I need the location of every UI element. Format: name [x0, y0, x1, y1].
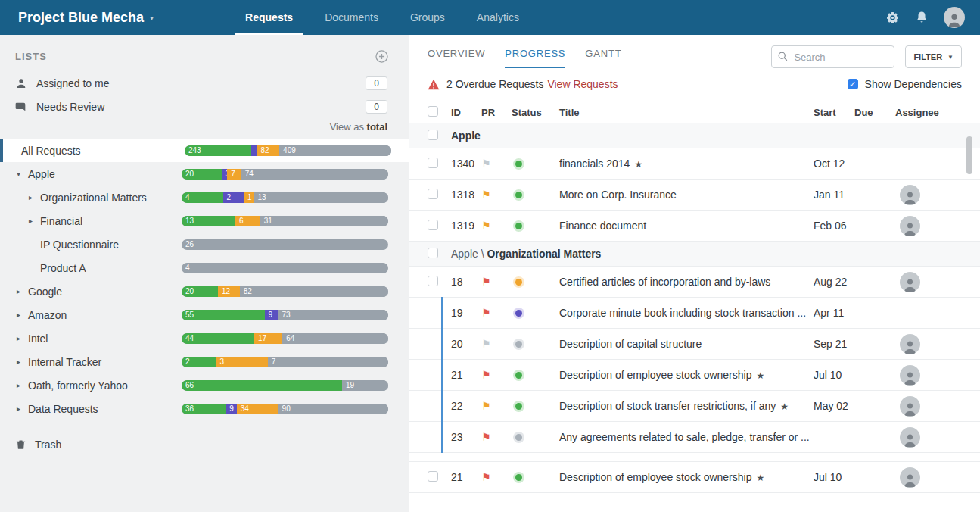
request-row[interactable]: 1340⚑financials 2014★Oct 12 — [409, 148, 980, 180]
nav-tab-analytics[interactable]: Analytics — [461, 0, 535, 35]
chevron-right-icon[interactable]: ▸ — [17, 311, 28, 319]
sidebar-list-organizational-matters[interactable]: ▸Organizational Matters42113 — [0, 186, 409, 209]
request-row[interactable]: 1318⚑More on Corp. InsuranceJan 11 — [409, 180, 980, 211]
tab-progress[interactable]: PROGRESS — [505, 48, 565, 68]
flag-icon-red[interactable]: ⚑ — [481, 369, 491, 381]
status-dot-gray[interactable] — [515, 341, 522, 348]
sidebar-list-financial[interactable]: ▸Financial13631 — [0, 209, 409, 233]
assignee-avatar[interactable] — [900, 185, 920, 205]
flag-icon-red[interactable]: ⚑ — [481, 471, 491, 483]
add-list-icon[interactable] — [375, 49, 389, 64]
assignee-avatar[interactable] — [900, 396, 920, 417]
nav-tab-requests[interactable]: Requests — [229, 0, 309, 35]
nav-tab-label: Groups — [410, 11, 445, 23]
filter-button[interactable]: FILTER ▼ — [905, 45, 962, 68]
sidebar-list-product-a[interactable]: Product A4 — [0, 256, 409, 279]
cell-title: financials 2014★ — [559, 158, 814, 170]
status-dot-orange[interactable] — [515, 279, 522, 286]
request-title: Any agreements related to sale, pledge, … — [559, 431, 810, 443]
assignee-avatar[interactable] — [900, 467, 920, 488]
search-input[interactable] — [771, 45, 894, 68]
status-dot-purple[interactable] — [515, 310, 522, 317]
request-row[interactable]: 20⚑Description of capital structureSep 2… — [409, 329, 980, 360]
chevron-right-icon[interactable]: ▸ — [17, 404, 28, 413]
chevron-right-icon[interactable]: ▸ — [17, 287, 28, 295]
status-dot-green[interactable] — [515, 474, 522, 481]
flag-icon-gray[interactable]: ⚑ — [481, 338, 491, 350]
bar-segment-orange: 82 — [257, 145, 279, 156]
sidebar-list-google[interactable]: ▸Google201282 — [0, 279, 409, 303]
sidebar-item-assigned-to-me[interactable]: Assigned to me 0 — [0, 71, 409, 95]
view-as-toggle[interactable]: total — [367, 121, 387, 133]
request-row[interactable]: 22⚑Description of stock transfer restric… — [409, 391, 980, 422]
sidebar-list-apple[interactable]: ▾Apple203774 — [0, 162, 409, 186]
chevron-right-icon[interactable]: ▸ — [17, 357, 28, 366]
group-checkbox-cell — [428, 248, 451, 261]
status-dot-green[interactable] — [515, 192, 522, 198]
row-checkbox[interactable] — [428, 158, 438, 168]
status-dot-gray[interactable] — [515, 434, 522, 441]
group-checkbox[interactable] — [428, 130, 438, 140]
tab-overview[interactable]: OVERVIEW — [428, 48, 485, 68]
request-row[interactable]: 19⚑Corporate minute book including stock… — [409, 298, 980, 329]
scrollbar-thumb[interactable] — [966, 136, 972, 174]
sidebar-list-all-requests[interactable]: All Requests24382409 — [0, 139, 409, 162]
row-checkbox[interactable] — [428, 220, 438, 230]
bar-segment-gray: 13 — [254, 192, 388, 203]
group-checkbox[interactable] — [428, 248, 438, 258]
view-requests-link[interactable]: View Requests — [547, 78, 618, 90]
sidebar-list-data-requests[interactable]: ▸Data Requests3693490 — [0, 397, 409, 420]
cell-title: Certified articles of incorporation and … — [559, 276, 814, 288]
row-checkbox[interactable] — [428, 471, 438, 482]
request-row[interactable]: 21⚑Description of employee stock ownersh… — [409, 462, 980, 493]
nav-tab-groups[interactable]: Groups — [394, 0, 461, 35]
flag-icon-orange[interactable]: ⚑ — [481, 220, 491, 232]
chevron-right-icon[interactable]: ▸ — [29, 217, 40, 225]
status-dot-green[interactable] — [515, 372, 522, 379]
status-dot-green[interactable] — [515, 161, 522, 167]
assignee-avatar[interactable] — [900, 365, 920, 386]
row-checkbox[interactable] — [428, 276, 438, 286]
flag-icon-red[interactable]: ⚑ — [481, 276, 491, 288]
user-avatar[interactable] — [944, 7, 965, 28]
status-dot-green[interactable] — [515, 403, 522, 410]
sidebar-list-oath-formerly-yahoo[interactable]: ▸Oath, formerly Yahoo6619 — [0, 373, 409, 397]
show-dependencies-checkbox[interactable]: ✓ — [848, 79, 858, 89]
bell-icon[interactable] — [915, 11, 929, 24]
bar-segment-value: 7 — [268, 357, 388, 367]
request-row[interactable]: 21⚑Description of employee stock ownersh… — [409, 360, 980, 391]
request-row[interactable]: 1319⚑Finance documentFeb 06 — [409, 211, 980, 242]
sidebar-list-label: Intel — [28, 332, 48, 345]
sidebar-item-needs-review[interactable]: Needs Review 0 — [0, 95, 409, 118]
flag-icon-gray[interactable]: ⚑ — [481, 158, 491, 170]
request-row[interactable]: 23⚑Any agreements related to sale, pledg… — [409, 422, 980, 453]
assignee-avatar[interactable] — [900, 427, 920, 448]
status-dot-green[interactable] — [515, 223, 522, 229]
sidebar-list-internal-tracker[interactable]: ▸Internal Tracker237 — [0, 350, 409, 373]
assignee-avatar[interactable] — [900, 334, 920, 354]
select-all-checkbox[interactable] — [428, 106, 438, 117]
tab-gantt[interactable]: GANTT — [585, 48, 621, 68]
chevron-right-icon[interactable]: ▸ — [17, 334, 28, 342]
chevron-right-icon[interactable]: ▸ — [17, 381, 28, 389]
sidebar-item-trash[interactable]: Trash — [0, 439, 409, 451]
flag-icon-orange[interactable]: ⚑ — [481, 189, 491, 201]
sidebar-list-amazon[interactable]: ▸Amazon55973 — [0, 303, 409, 326]
sidebar-list-intel[interactable]: ▸Intel441764 — [0, 326, 409, 350]
flag-icon-red[interactable]: ⚑ — [481, 431, 491, 443]
flag-icon-orange[interactable]: ⚑ — [481, 400, 491, 412]
chevron-right-icon[interactable]: ▸ — [29, 193, 40, 201]
sidebar-list-label: Google — [28, 286, 62, 298]
nav-tab-documents[interactable]: Documents — [309, 0, 394, 35]
project-switcher[interactable]: Project Blue Mecha ▾ — [18, 0, 154, 35]
row-checkbox[interactable] — [428, 189, 438, 199]
group-row: Apple \ Organizational Matters — [409, 242, 980, 267]
flag-icon-red[interactable]: ⚑ — [481, 307, 491, 319]
chevron-down-icon[interactable]: ▾ — [17, 170, 28, 178]
request-row[interactable]: 18⚑Certified articles of incorporation a… — [409, 267, 980, 298]
gear-icon[interactable] — [885, 11, 900, 25]
assignee-avatar[interactable] — [900, 272, 920, 292]
assignee-avatar[interactable] — [900, 216, 920, 236]
request-title: Finance document — [559, 220, 646, 232]
sidebar-list-ip-questionnaire[interactable]: IP Questionnaire26 — [0, 233, 409, 256]
